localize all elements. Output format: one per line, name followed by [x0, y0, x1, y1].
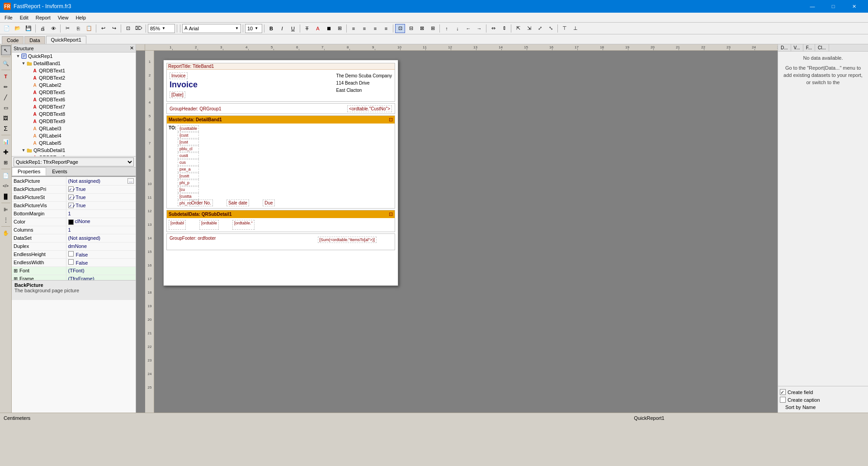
tree-node-QRLabel4[interactable]: ▶ A QRLabel4: [12, 132, 136, 139]
undo-button[interactable]: ↩: [98, 24, 108, 33]
tree-node-QRSubDetail1[interactable]: ▼ QRSubDetail1: [12, 147, 136, 154]
right-tab-d[interactable]: D...: [778, 44, 791, 51]
tree-node-QRDBText2[interactable]: ▶ A QRDBText2: [12, 74, 136, 81]
paste-button[interactable]: 📋: [84, 24, 94, 33]
redo-button[interactable]: ↪: [109, 24, 119, 33]
rect-tool[interactable]: ▭: [1, 103, 11, 113]
to-field-8[interactable]: [custt: [178, 173, 199, 179]
order-btn2[interactable]: ⊥: [571, 24, 580, 33]
align-justify-button[interactable]: ≡: [381, 24, 391, 33]
fontsize-combo[interactable]: 10 ▼: [245, 24, 262, 33]
tree-node-QRDBText8[interactable]: ▶ A QRDBText8: [12, 110, 136, 118]
expand-Font[interactable]: ⊞: [14, 268, 18, 274]
font-combo[interactable]: A Arial ▼: [182, 24, 241, 33]
page-selector[interactable]: QuickRep1: TfrxReportPage: [14, 157, 134, 166]
invoice-field[interactable]: Invoice: [170, 72, 188, 79]
expand-DetailBand1[interactable]: ▼: [21, 61, 26, 66]
prop-Font[interactable]: ⊞ Font (TFont): [12, 266, 136, 275]
cut-button[interactable]: ✂: [62, 24, 72, 33]
font-color-button[interactable]: A: [313, 24, 323, 33]
to-field-2[interactable]: {cust: [178, 132, 199, 138]
subdetail-field-1[interactable]: [ordtabl: [169, 220, 186, 230]
image-tool[interactable]: 🖼: [1, 113, 11, 123]
delete-button[interactable]: ⌦: [134, 24, 144, 33]
tree-node-DetailBand1[interactable]: ▼ DetailBand1: [12, 60, 136, 67]
prop-BackPictureVis[interactable]: BackPictureVis ✓ True: [12, 201, 136, 209]
tree-node-QRDBText1[interactable]: ▶ A QRDBText1: [12, 67, 136, 74]
size-btn2[interactable]: ⇲: [524, 24, 534, 33]
text-tool[interactable]: T: [1, 71, 11, 81]
tree-root[interactable]: ▼ QuickRep1: [12, 52, 136, 60]
line-tool[interactable]: ╱: [1, 92, 11, 102]
footer-sort-by-name[interactable]: Sort by Name: [780, 404, 866, 411]
cross-tool[interactable]: ✚: [1, 147, 11, 157]
tree-close-icon[interactable]: ✕: [130, 45, 134, 51]
prop-BackPictureSt[interactable]: BackPictureSt ✓ True: [12, 193, 136, 201]
expand-QRSubDetail1[interactable]: ▼: [21, 147, 26, 153]
layout-btn1[interactable]: ⊡: [395, 24, 405, 33]
to-field-10[interactable]: [cu: [178, 186, 199, 193]
menu-help[interactable]: Help: [72, 13, 90, 23]
prop-Frame[interactable]: ⊞ Frame (TfrxFrame): [12, 275, 136, 280]
size-btn3[interactable]: ⤢: [535, 24, 545, 33]
italic-button[interactable]: I: [277, 24, 287, 33]
tree-node-QRLabel5[interactable]: ▶ A QRLabel5: [12, 139, 136, 147]
pencil-tool[interactable]: ✏: [1, 82, 11, 92]
menu-report[interactable]: Report: [32, 13, 54, 23]
code-tool[interactable]: </>: [1, 181, 11, 191]
space-v-button[interactable]: ⇕: [499, 24, 509, 33]
size-btn1[interactable]: ⇱: [513, 24, 523, 33]
align-right-button[interactable]: ≡: [370, 24, 380, 33]
hand-tool[interactable]: ✋: [1, 228, 11, 238]
arrange-btn1[interactable]: ↑: [442, 24, 452, 33]
to-field-7[interactable]: pxe_a: [178, 166, 199, 172]
to-field-11[interactable]: [custta: [178, 193, 199, 200]
menu-edit[interactable]: Edit: [16, 13, 32, 23]
menu-file[interactable]: File: [1, 13, 16, 23]
checkbox-EndlessWidth[interactable]: [68, 259, 74, 265]
expand-root[interactable]: ▼: [15, 53, 21, 59]
arrange-btn2[interactable]: ↓: [453, 24, 462, 33]
space-h-button[interactable]: ⇔: [488, 24, 498, 33]
layout-btn3[interactable]: ⊠: [417, 24, 427, 33]
order-no-field[interactable]: Order No.: [189, 200, 213, 206]
highlight-button[interactable]: ◼: [324, 24, 334, 33]
zoom-tool[interactable]: 🔍: [1, 58, 11, 68]
underline-button[interactable]: U: [288, 24, 298, 33]
checkbox-EndlessHeight[interactable]: [68, 251, 74, 257]
prop-BackPicturePri[interactable]: BackPicturePri ✓ True: [12, 185, 136, 193]
due-field[interactable]: Due: [263, 200, 274, 206]
tab-code[interactable]: Code: [2, 36, 24, 44]
arrange-btn3[interactable]: ←: [463, 24, 473, 33]
tree-area[interactable]: ▼ QuickRep1 ▼ DetailBand1 ▶ A QRDBText1: [12, 52, 136, 157]
table-tool[interactable]: ⊞: [1, 157, 11, 167]
open-button[interactable]: 📂: [13, 24, 23, 33]
prop-BottomMargin[interactable]: BottomMargin 1: [12, 209, 136, 218]
to-field-6[interactable]: cus: [178, 159, 199, 166]
to-field-1[interactable]: {custtable: [178, 125, 199, 132]
to-field-4[interactable]: pblu_cl: [178, 146, 199, 152]
zoom-combo[interactable]: 85% ▼: [148, 24, 175, 33]
groupheader-field[interactable]: <ordtable."CustNo">: [347, 105, 392, 112]
page-tool[interactable]: 📄: [1, 171, 11, 181]
align-center-button[interactable]: ≡: [359, 24, 369, 33]
layout-btn2[interactable]: ⊟: [406, 24, 416, 33]
size-btn4[interactable]: ⤡: [546, 24, 556, 33]
prop-DataSet[interactable]: DataSet (Not assigned): [12, 234, 136, 242]
date-field[interactable]: [Date]: [170, 91, 185, 98]
tree-node-QRDBText6[interactable]: ▶ A QRDBText6: [12, 96, 136, 103]
order-btn1[interactable]: ⊤: [560, 24, 570, 33]
db-tool[interactable]: ⊫: [1, 204, 11, 214]
tab-events[interactable]: Events: [46, 167, 73, 176]
new-button[interactable]: 📄: [2, 24, 12, 33]
prop-BackPicture[interactable]: BackPicture (Not assigned) ...: [12, 177, 136, 185]
footer-create-field[interactable]: ✓ Create field: [780, 388, 866, 396]
maximize-button[interactable]: □: [823, 0, 844, 13]
print-button[interactable]: 🖨: [38, 24, 47, 33]
tab-data[interactable]: Data: [24, 36, 45, 44]
tree-node-QRDBText7[interactable]: ▶ A QRDBText7: [12, 103, 136, 110]
tree-node-QRDBText9[interactable]: ▶ A QRDBText9: [12, 118, 136, 125]
save-button[interactable]: 💾: [24, 24, 33, 33]
align-left-button[interactable]: ≡: [349, 24, 359, 33]
sum-tool[interactable]: Σ: [1, 124, 11, 133]
